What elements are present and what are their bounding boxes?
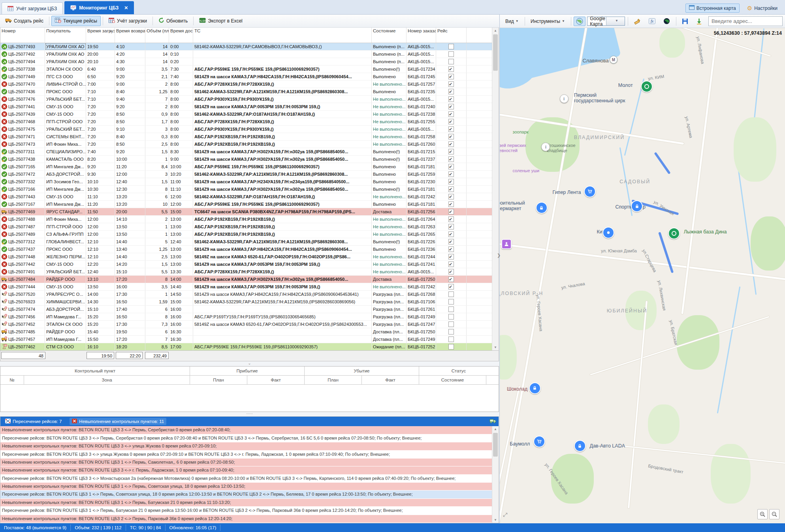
log-message[interactable]: Невыполнение контрольных пунктов: BETON … (0, 459, 492, 466)
table-row[interactable]: ЦБ-25077449ПГС СЗ ООО6:509:202,17:405814… (0, 73, 499, 81)
view-menu[interactable]: Вид▼ (502, 17, 522, 26)
molot-marker[interactable] (641, 81, 653, 92)
load-account-button[interactable]: Учёт загрузки (105, 16, 151, 26)
dark-globe-button[interactable] (660, 16, 673, 26)
trip-checkbox[interactable] (448, 179, 454, 184)
trip-checkbox[interactable] (448, 81, 454, 87)
table-row[interactable]: ЦБ-25077485РАЙДЕР ООО15:4019:50616:30Дос… (0, 328, 499, 336)
table-row[interactable]: ЦБ-25077437ПРОКС ООО12:1013:401,2513:005… (0, 246, 499, 253)
log-message[interactable]: Пересечение рейсов: BETON ROUTE ЦБЗ 1 <-… (0, 491, 492, 498)
column-header[interactable]: Время загрузки▲ (86, 28, 115, 43)
trip-checkbox[interactable] (448, 156, 454, 162)
tab-monitoring[interactable]: Мониторинг ЦБЗ ✕ (64, 1, 134, 14)
scroll-up-arrow[interactable]: ▲ (492, 28, 499, 34)
sportmaster-marker[interactable] (631, 200, 643, 212)
table-row[interactable]: ЦБ-25077489СЗ АЛЬФА-ГРУПП12:0013:50113:0… (0, 231, 499, 238)
table-row[interactable]: ЦБ-25077520УРАЛРЕСУРС О...14:0017:30114:… (0, 291, 499, 298)
person-marker[interactable] (501, 239, 512, 249)
log-message[interactable]: Пересечение рейсов: BETON ROUTE ЦБЗ 1 <-… (0, 507, 492, 515)
trip-checkbox[interactable] (448, 344, 454, 350)
table-row[interactable]: ЦБ-25077476УРАЛЬСКИЙ БЕТ...7:109:4078:00… (0, 96, 499, 103)
log-message[interactable]: Пересечение рейсов: BETON ROUTE ЦБЗ 3 <-… (0, 434, 492, 442)
trip-checkbox[interactable] (448, 51, 454, 57)
lenta-marker[interactable] (584, 186, 596, 197)
map-type-select[interactable]: Google Карта ▼ (587, 17, 625, 26)
table-row[interactable]: ЦБ-25077474АБЗ-ДОРСТРОЙ...15:1017:40616:… (0, 306, 499, 313)
trip-checkbox[interactable] (448, 66, 454, 72)
column-header[interactable]: Номер (0, 28, 45, 43)
trip-checkbox[interactable] (448, 209, 454, 214)
table-row[interactable]: ЦБ-25077484РАЙДЕР ООО13:1017:20814:00581… (0, 276, 499, 283)
table-row[interactable]: ЦБ-25077165ИП Мингалев Дм...9:2011:208,4… (0, 163, 499, 171)
table-row[interactable]: ЦБ-25077469ЯРУС СТАНДАР...11:5020:005,51… (0, 208, 499, 216)
table-row[interactable]: ЦБ-25077488ИП Фокин Миха...12:0014:10213… (0, 216, 499, 223)
table-row[interactable]: ЦБ-25077493УРАЛХИМ ОХК АО19:504:10140:00… (0, 43, 499, 51)
map-canvas[interactable]: Славяноваул. КИМул. ЛифановаМолотПермски… (500, 28, 785, 523)
close-icon[interactable]: ✕ (124, 5, 128, 11)
trip-checkbox[interactable] (448, 261, 454, 267)
address-input[interactable] (708, 16, 783, 26)
splitter-dots[interactable]: ····· (0, 412, 499, 417)
table-row[interactable]: ЦБ-25077492УРАЛХИМ ОХК АО20:004:20140:10… (0, 51, 499, 58)
create-trip-button[interactable]: Создать рейс (2, 16, 47, 26)
trip-checkbox[interactable] (448, 246, 454, 252)
trip-checkbox[interactable] (448, 306, 454, 312)
scroll-thumb[interactable] (493, 34, 498, 71)
trip-checkbox[interactable] (448, 284, 454, 289)
trip-checkbox[interactable] (448, 194, 454, 199)
trip-checkbox[interactable] (448, 141, 454, 147)
zoom-out-button[interactable] (769, 509, 779, 519)
table-row[interactable]: ЦБ-25077487ПГП-СТРОЙ ООО12:0013:50113:00… (0, 223, 499, 231)
log-message[interactable]: Невыполнение контрольных пунктов: BETON … (0, 426, 492, 434)
circus-marker[interactable]: i (560, 94, 569, 103)
column-header[interactable]: Время доставки (169, 28, 193, 43)
table-row[interactable]: ЦБ-25077441СМУ-15 ООО7:209:2028:005814Z9… (0, 103, 499, 111)
fx-button[interactable]: fx (646, 17, 659, 26)
trip-checkbox[interactable] (448, 164, 454, 169)
fullscreen-icon[interactable]: ⤢ (503, 511, 511, 519)
davavto-marker[interactable] (574, 440, 586, 452)
log-truck-icon[interactable] (489, 419, 496, 424)
save-button[interactable] (679, 17, 691, 26)
table-row[interactable]: ЦБ-25077442СМУ-15 ООО12:2014:201,513:005… (0, 261, 499, 268)
splitter-collapse[interactable]: ⌄ (0, 361, 499, 366)
table-row[interactable]: ЦБ-25077494УРАЛХИМ ОХК АО20:104:30140:20… (0, 58, 499, 66)
deliveries-table-header[interactable]: НомерПокупательВремя загрузки▲Время возв… (0, 28, 499, 43)
shokolad-marker[interactable] (529, 382, 541, 394)
checkpoint-failures-tab[interactable]: Невыполнение контрольных пунктов: 11 (70, 418, 166, 425)
zoom-in-button[interactable] (757, 509, 768, 519)
trip-checkbox[interactable] (448, 186, 454, 192)
trip-checkbox[interactable] (448, 329, 454, 335)
scroll-down-arrow[interactable]: ▼ (492, 517, 499, 523)
table-row[interactable]: ЦБ-25077452ЭТАЛОН СК ООО15:2017:307,316:… (0, 321, 499, 328)
trip-checkbox[interactable] (448, 119, 454, 124)
trip-checkbox[interactable] (448, 201, 454, 207)
column-header[interactable]: Номер заказа (407, 28, 436, 43)
table-row[interactable]: ЦБ-25077470ЛИВИН-СТРОЙ О...7:009:0028:00… (0, 81, 499, 88)
log-message[interactable]: Невыполнение контрольных пунктов: BETON … (0, 499, 492, 507)
trip-checkbox[interactable] (448, 44, 454, 49)
table-row[interactable]: ЦБ-25077332ИП Зосимов Гео...10:1012:401,… (0, 178, 499, 186)
table-row[interactable]: ЦБ-25077439СМУ-15 ООО7:208:500,98:005814… (0, 111, 499, 118)
log-scrollbar[interactable]: ▲ ▼ (492, 426, 499, 523)
table-row[interactable]: ЦБ-25077475УРАЛЬСКИЙ БЕТ...7:209:1038:00… (0, 126, 499, 133)
settings-button[interactable]: ⚙ Настройки (744, 4, 781, 13)
table-row[interactable]: ЦБ-25077456ИП Мамедова Г...15:2016:50816… (0, 313, 499, 321)
trip-checkbox[interactable] (448, 126, 454, 132)
trip-checkbox[interactable] (448, 254, 454, 259)
table-row[interactable]: ЦБ-25077462СТМ СЗ ООО16:1018:208,517:00А… (0, 343, 499, 351)
trip-checkbox[interactable] (448, 104, 454, 109)
column-header[interactable]: Рейс (436, 28, 467, 43)
table-row[interactable]: ЦБ-25077443СМУ-15 ООО11:1013:20612:00581… (0, 193, 499, 201)
table-row[interactable]: ЦБ-25077473ИП Фокин Миха...7:208:502,58:… (0, 141, 499, 148)
tab-uchet-zagruzki[interactable]: Учёт загрузки ЦБЗ (2, 2, 63, 14)
ski-base-marker[interactable] (668, 227, 680, 239)
trip-checkbox[interactable] (448, 216, 454, 222)
table-row[interactable]: ЦБ-25077167ИП Мингалев Дм...11:2013:2010… (0, 201, 499, 208)
refresh-button[interactable]: Обновить (155, 15, 191, 26)
column-header[interactable]: ТС (193, 28, 372, 43)
log-message[interactable]: Пересечение рейсов: BETON ROUTE ЦБЗ 3 <-… (0, 451, 492, 459)
log-message[interactable]: Пересечение рейсов: BETON ROUTE ЦБЗ 3 <-… (0, 475, 492, 483)
table-row[interactable]: ЦБ-25077311СПЕЦИАЛИЗИРО...7:409:201,58:3… (0, 148, 499, 156)
column-header[interactable]: Покупатель (45, 28, 86, 43)
